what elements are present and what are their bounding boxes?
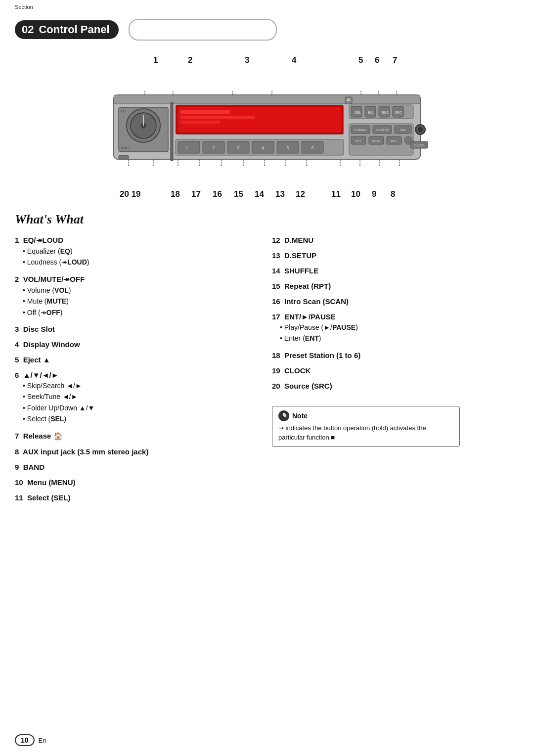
num-11-bottom: 11 bbox=[331, 189, 341, 199]
right-column: 12 D.MENU 13 D.SETUP 14 SHUFFLE 15 Repea… bbox=[267, 236, 519, 509]
item-14-title: 14 SHUFFLE bbox=[272, 267, 519, 275]
item-15-title: 15 Repeat (RPT) bbox=[272, 282, 519, 290]
item-12: 12 D.MENU bbox=[272, 236, 519, 244]
item-14: 14 SHUFFLE bbox=[272, 267, 519, 275]
item-11: 11 Select (SEL) bbox=[15, 493, 257, 502]
item-1-sub-2: Loudness (↠LOUD) bbox=[23, 257, 257, 267]
item-6-sub-2: Seek/Tune ◄/► bbox=[23, 391, 257, 402]
section-number: 02 bbox=[22, 23, 34, 36]
svg-text:2: 2 bbox=[212, 145, 215, 150]
page-number-badge: 10 bbox=[15, 734, 35, 746]
num-20-bottom: 20 19 bbox=[120, 189, 141, 199]
num-14-bottom: 14 bbox=[255, 189, 264, 199]
item-6-title: 6 ▲/▼/◄/► bbox=[15, 371, 257, 379]
left-column: 1 EQ/↠LOUD Equalizer (EQ) Loudness (↠LOU… bbox=[15, 236, 267, 509]
num-9-bottom: 9 bbox=[372, 189, 376, 199]
svg-rect-50 bbox=[171, 102, 173, 161]
item-3: 3 Disc Slot bbox=[15, 325, 257, 333]
diagram-area: 1 2 3 4 5 6 7 bbox=[0, 41, 534, 207]
num-6-top: 6 bbox=[375, 55, 379, 65]
num-13-bottom: 13 bbox=[275, 189, 285, 199]
item-4: 4 Display Window bbox=[15, 340, 257, 349]
svg-text:SRC: SRC bbox=[395, 111, 402, 114]
svg-rect-24 bbox=[178, 141, 200, 153]
item-10-title: 10 Menu (MENU) bbox=[15, 478, 257, 487]
svg-text:D.MENU: D.MENU bbox=[355, 129, 366, 132]
svg-text:6: 6 bbox=[311, 145, 313, 150]
item-5-title: 5 Eject ▲ bbox=[15, 356, 257, 364]
svg-text:SEL: SEL bbox=[355, 111, 361, 114]
svg-text:5: 5 bbox=[286, 145, 289, 150]
svg-text:EQ: EQ bbox=[368, 111, 373, 115]
item-17-sub-1: Play/Pause (►/PAUSE) bbox=[280, 322, 519, 333]
diagram-container: 1 2 3 4 5 6 7 bbox=[94, 55, 440, 202]
item-12-title: 12 D.MENU bbox=[272, 236, 519, 244]
item-1-sub-1: Equalizer (EQ) bbox=[23, 246, 257, 257]
note-header: ✎ Note bbox=[278, 410, 453, 421]
item-6: 6 ▲/▼/◄/► Skip/Search ◄/► Seek/Tune ◄/► … bbox=[15, 371, 257, 425]
whats-what-section: What's What 1 EQ/↠LOUD Equalizer (EQ) Lo… bbox=[0, 207, 534, 524]
item-16-title: 16 Intro Scan (SCAN) bbox=[272, 297, 519, 306]
num-5-top: 5 bbox=[358, 55, 363, 65]
page-header: 02 Control Panel bbox=[0, 4, 534, 41]
note-box: ✎ Note ⇢ indicates the button operation … bbox=[272, 406, 460, 447]
language-label: En bbox=[39, 737, 46, 744]
num-4-top: 4 bbox=[292, 55, 296, 65]
num-15-bottom: 15 bbox=[234, 189, 243, 199]
note-icon: ✎ bbox=[278, 410, 289, 421]
item-16: 16 Intro Scan (SCAN) bbox=[272, 297, 519, 306]
item-13-title: 13 D.SETUP bbox=[272, 251, 519, 260]
item-17-title: 17 ENT/►/PAUSE bbox=[272, 312, 519, 321]
svg-text:SRC: SRC bbox=[121, 146, 129, 150]
svg-text:ENT: ENT bbox=[391, 139, 397, 142]
num-18-bottom: 18 bbox=[171, 189, 180, 199]
item-1: 1 EQ/↠LOUD Equalizer (EQ) Loudness (↠LOU… bbox=[15, 236, 257, 268]
num-7-top: 7 bbox=[393, 55, 397, 65]
item-9: 9 BAND bbox=[15, 463, 257, 471]
note-text: ⇢ indicates the button operation (hold) … bbox=[278, 423, 453, 443]
item-8-title: 8 AUX input jack (3.5 mm stereo jack) bbox=[15, 447, 257, 456]
svg-rect-12 bbox=[180, 116, 255, 119]
page-footer: 10 En bbox=[15, 734, 46, 746]
svg-text:EQ: EQ bbox=[121, 109, 127, 113]
item-19: 19 CLOCK bbox=[272, 366, 519, 375]
svg-point-55 bbox=[418, 127, 423, 132]
item-6-sub-4: Select (SEL) bbox=[23, 413, 257, 424]
item-17: 17 ENT/►/PAUSE Play/Pause (►/PAUSE) Ente… bbox=[272, 312, 519, 344]
svg-text:SCAN: SCAN bbox=[372, 139, 381, 142]
item-8: 8 AUX input jack (3.5 mm stereo jack) bbox=[15, 447, 257, 456]
num-8-bottom: 8 bbox=[391, 189, 395, 199]
item-11-title: 11 Select (SEL) bbox=[15, 493, 257, 502]
item-7-title: 7 Release 🏠 bbox=[15, 432, 257, 441]
radio-diagram: EQ SRC SEL EQ BND SRC bbox=[94, 90, 440, 171]
item-17-sub-2: Enter (ENT) bbox=[280, 333, 519, 344]
svg-text:4: 4 bbox=[262, 145, 264, 150]
item-9-title: 9 BAND bbox=[15, 463, 257, 471]
svg-rect-13 bbox=[180, 121, 220, 124]
item-2-sub-3: Off (↠OFF) bbox=[23, 307, 257, 318]
item-18-title: 18 Preset Station (1 to 6) bbox=[272, 351, 519, 359]
item-2-sub-2: Mute (MUTE) bbox=[23, 296, 257, 307]
item-2-sub-1: Volume (VOL) bbox=[23, 285, 257, 296]
svg-text:SHF: SHF bbox=[400, 129, 406, 132]
num-10-bottom: 10 bbox=[351, 189, 360, 199]
item-5: 5 Eject ▲ bbox=[15, 356, 257, 364]
num-2-top: 2 bbox=[188, 55, 192, 65]
svg-text:RPT: RPT bbox=[356, 139, 361, 142]
section-badge: 02 Control Panel bbox=[15, 20, 119, 39]
svg-rect-1 bbox=[114, 95, 420, 104]
item-2-title: 2 VOL/MUTE/↠OFF bbox=[15, 275, 257, 284]
section-label: Section bbox=[15, 4, 33, 10]
svg-text:1: 1 bbox=[185, 145, 188, 150]
whats-what-title: What's What bbox=[15, 212, 519, 227]
item-20-title: 20 Source (SRC) bbox=[272, 382, 519, 390]
svg-text:BND: BND bbox=[382, 111, 389, 114]
item-10: 10 Menu (MENU) bbox=[15, 478, 257, 487]
num-12-bottom: 12 bbox=[296, 189, 305, 199]
item-13: 13 D.SETUP bbox=[272, 251, 519, 260]
header-right-box bbox=[129, 19, 277, 41]
num-1-top: 1 bbox=[153, 55, 158, 65]
two-column-layout: 1 EQ/↠LOUD Equalizer (EQ) Loudness (↠LOU… bbox=[15, 236, 519, 509]
svg-rect-53 bbox=[119, 155, 129, 159]
item-4-title: 4 Display Window bbox=[15, 340, 257, 349]
